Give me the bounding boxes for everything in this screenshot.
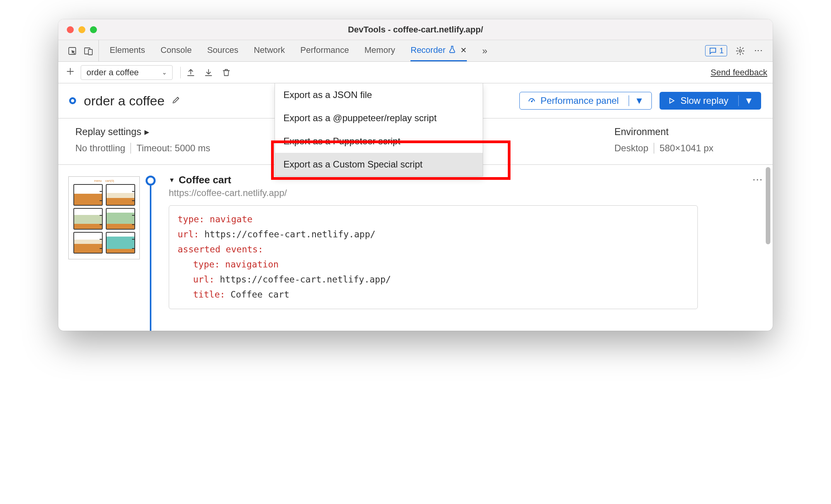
tab-console[interactable]: Console bbox=[161, 40, 192, 61]
devtools-window: DevTools - coffee-cart.netlify.app/ Elem… bbox=[58, 19, 773, 331]
delete-icon[interactable] bbox=[222, 68, 231, 77]
recording-status-dot bbox=[69, 97, 76, 104]
step-more-icon[interactable]: ⋮ bbox=[751, 175, 763, 186]
step-title: Coffee cart bbox=[179, 174, 231, 186]
close-tab-button[interactable]: ✕ bbox=[460, 46, 467, 55]
import-icon[interactable] bbox=[204, 68, 213, 77]
collapse-icon: ▼ bbox=[169, 177, 175, 184]
step-raw-box: type: navigate url: https://coffee-cart.… bbox=[169, 205, 698, 309]
device-toggle-icon[interactable] bbox=[84, 46, 93, 56]
tab-performance[interactable]: Performance bbox=[300, 40, 349, 61]
issues-button[interactable]: 1 bbox=[705, 45, 727, 56]
window-title: DevTools - coffee-cart.netlify.app/ bbox=[58, 25, 773, 35]
separator bbox=[131, 143, 131, 154]
tab-recorder[interactable]: Recorder ✕ bbox=[410, 40, 466, 61]
send-feedback-link[interactable]: Send feedback bbox=[711, 68, 767, 78]
svg-point-4 bbox=[531, 101, 532, 102]
svg-rect-2 bbox=[88, 49, 92, 55]
page-thumbnail: menu cart(0) bbox=[68, 174, 146, 323]
tab-recorder-label: Recorder bbox=[410, 45, 445, 55]
export-menu: Export as a JSON file Export as a @puppe… bbox=[275, 83, 483, 176]
chevron-down-icon: ⌄ bbox=[162, 69, 167, 76]
flask-icon bbox=[448, 45, 456, 56]
step-timeline: ⋮ ▼ Coffee cart https://coffee-cart.netl… bbox=[146, 174, 765, 323]
recording-content: menu cart(0) ⋮ ▼ bbox=[58, 165, 773, 331]
viewport-value: 580×1041 px bbox=[660, 143, 713, 154]
tab-sources[interactable]: Sources bbox=[207, 40, 238, 61]
recording-header: order a coffee Performance panel ▼ Slow … bbox=[58, 83, 773, 118]
recording-select-label: order a coffee bbox=[86, 68, 139, 78]
more-tabs-button[interactable]: » bbox=[482, 46, 487, 56]
timeline-line bbox=[150, 186, 151, 331]
svg-point-3 bbox=[739, 50, 741, 52]
performance-panel-button[interactable]: Performance panel ▼ bbox=[519, 92, 652, 110]
export-icon[interactable] bbox=[186, 68, 195, 77]
add-recording-button[interactable] bbox=[64, 67, 77, 78]
slow-replay-label: Slow replay bbox=[680, 95, 728, 106]
step-url: https://coffee-cart.netlify.app/ bbox=[169, 188, 765, 198]
more-vert-icon[interactable]: ⋮ bbox=[753, 46, 763, 56]
performance-panel-caret[interactable]: ▼ bbox=[629, 95, 644, 106]
inspect-icon[interactable] bbox=[68, 46, 77, 56]
environment-heading: Environment bbox=[614, 126, 761, 137]
step-node bbox=[146, 176, 156, 186]
tab-elements[interactable]: Elements bbox=[110, 40, 145, 61]
settings-icon[interactable] bbox=[736, 46, 745, 56]
export-custom-special-item[interactable]: Export as a Custom Special script bbox=[275, 153, 483, 176]
recording-title: order a coffee bbox=[84, 93, 165, 108]
slow-replay-caret[interactable]: ▼ bbox=[738, 95, 753, 106]
performance-panel-label: Performance panel bbox=[541, 95, 619, 106]
throttling-value: No throttling bbox=[75, 143, 125, 154]
slow-replay-button[interactable]: Slow replay ▼ bbox=[660, 92, 761, 110]
recorder-toolbar: order a coffee ⌄ Send feedback bbox=[58, 62, 773, 83]
issues-count: 1 bbox=[719, 46, 724, 55]
export-puppeteer-item[interactable]: Export as a Puppeteer script bbox=[275, 130, 483, 153]
chevron-right-icon: ▸ bbox=[144, 126, 149, 137]
timeout-value: Timeout: 5000 ms bbox=[136, 143, 210, 154]
scrollbar[interactable] bbox=[766, 167, 770, 244]
export-puppeteer-replay-item[interactable]: Export as a @puppeteer/replay script bbox=[275, 107, 483, 130]
device-value: Desktop bbox=[614, 143, 648, 154]
separator bbox=[654, 143, 654, 154]
recording-select[interactable]: order a coffee ⌄ bbox=[81, 65, 173, 80]
window-titlebar: DevTools - coffee-cart.netlify.app/ bbox=[58, 19, 773, 40]
edit-icon[interactable] bbox=[171, 95, 181, 106]
tab-memory[interactable]: Memory bbox=[365, 40, 395, 61]
tab-network[interactable]: Network bbox=[254, 40, 285, 61]
export-json-item[interactable]: Export as a JSON file bbox=[275, 83, 483, 107]
panel-tabbar: Elements Console Sources Network Perform… bbox=[58, 40, 773, 62]
